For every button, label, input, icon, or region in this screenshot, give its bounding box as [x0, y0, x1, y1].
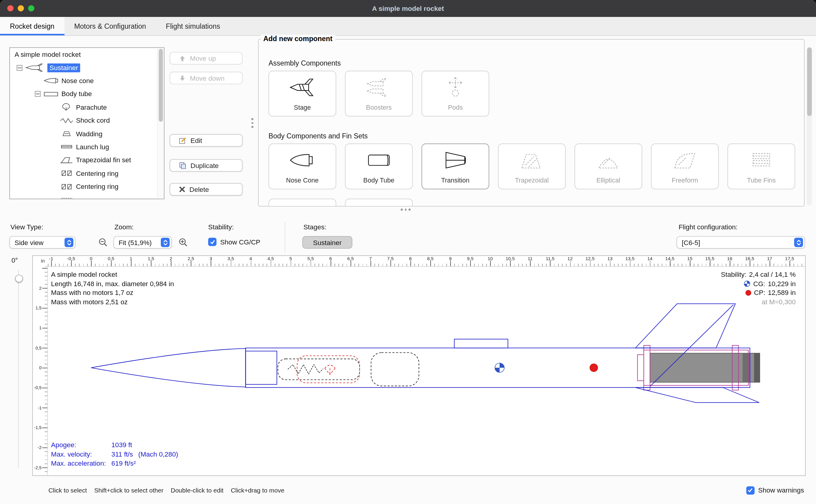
rocket-drawing-area[interactable]: A simple model rocket Length 16,748 in, … — [47, 266, 805, 475]
tab-motors-configuration[interactable]: Motors & Configuration — [64, 17, 156, 35]
ruler-tick-label: 15,5 — [705, 256, 714, 261]
ruler-tick-label: 1 — [130, 256, 132, 261]
nose-shoulder — [246, 351, 277, 384]
rocket-info-block: A simple model rocket Length 16,748 in, … — [51, 270, 174, 306]
max-acceleration-value: 619 ft/s² — [111, 459, 136, 468]
tree-item-centering-ring[interactable]: Centering ring — [10, 180, 164, 193]
show-warnings-checkbox-group[interactable]: Show warnings — [746, 486, 816, 495]
tree-item-nose-cone[interactable]: Nose cone — [10, 74, 164, 88]
flight-configuration-select[interactable]: [C6-5] — [677, 236, 805, 248]
ruler-tick-label: 8,5 — [427, 256, 434, 261]
flight-stats-block: Apogee: 1039 ft Max. velocity: 311 ft/s … — [51, 441, 178, 468]
button-label: Move down — [190, 74, 225, 82]
shock-cord-line[interactable] — [288, 365, 323, 374]
hint-shift-click: Shift+click to select other — [94, 486, 164, 494]
tree-item-body-tube[interactable]: Body tube — [10, 87, 164, 101]
tree-scrollbar[interactable] — [157, 48, 164, 199]
edit-icon — [179, 137, 186, 144]
edit-button[interactable]: Edit — [170, 134, 242, 147]
move-up-button: Move up — [170, 52, 242, 64]
ruler-tick-label: -2,5 — [34, 465, 42, 470]
vertical-splitter-handle[interactable] — [251, 118, 253, 128]
rotation-slider-thumb[interactable] — [15, 275, 23, 283]
nose-cone[interactable] — [91, 348, 245, 387]
zoom-in-button[interactable] — [177, 237, 189, 248]
fin-set-icon — [60, 156, 73, 164]
zoom-out-button[interactable] — [97, 237, 109, 248]
show-warnings-label: Show warnings — [758, 486, 804, 494]
assembly-components-heading: Assembly Components — [269, 59, 341, 67]
tree-item-shock-cord[interactable]: Shock cord — [10, 114, 164, 127]
tree-item-partial[interactable] — [10, 193, 164, 199]
centering-ring-icon — [60, 182, 73, 191]
ruler-tick-label: 4 — [249, 256, 252, 261]
mach-note: at M=0,300 — [762, 297, 796, 306]
duplicate-button[interactable]: Duplicate — [170, 159, 242, 172]
component-card-transition[interactable]: Transition — [422, 144, 489, 189]
view-type-select[interactable]: Side view — [9, 236, 76, 248]
parachute-icon — [60, 103, 73, 111]
ruler-tick-label: 0 — [39, 365, 42, 370]
parachute-outline[interactable] — [278, 359, 360, 380]
component-card-body-tube[interactable]: Body Tube — [345, 144, 413, 189]
tab-flight-simulations[interactable]: Flight simulations — [156, 17, 230, 35]
ruler-tick-label: 5 — [289, 256, 292, 261]
close-window-button[interactable] — [7, 5, 14, 11]
rotation-slider-track[interactable] — [18, 270, 19, 467]
tree-item-label: Nose cone — [61, 77, 94, 85]
ruler-tick-label: 9,5 — [467, 256, 474, 261]
show-cgcp-checkbox-group[interactable]: Show CG/CP — [208, 238, 261, 246]
component-card-nose-cone[interactable]: Nose Cone — [269, 144, 336, 189]
button-label: Move up — [190, 54, 216, 62]
tree-item-root[interactable]: A simple model rocket — [10, 48, 164, 61]
component-card-stage[interactable]: Stage — [269, 71, 336, 116]
collapse-toggle-icon[interactable] — [17, 65, 22, 70]
tree-item-label: Wadding — [76, 130, 102, 138]
tree-item-centering-ring[interactable]: Centering ring — [10, 167, 164, 180]
tree-item-wadding[interactable]: Wadding — [10, 127, 164, 141]
tree-item-label: Centering ring — [76, 170, 118, 177]
freeform-fin-icon — [652, 148, 718, 173]
tree-item-trapezoidal-fin-set[interactable]: Trapezoidal fin set — [10, 153, 164, 167]
checkbox-checked-icon[interactable] — [746, 486, 755, 495]
launch-lug[interactable] — [454, 339, 508, 348]
ruler-tick-label: 6,5 — [347, 256, 354, 261]
stage-icon — [269, 75, 335, 100]
tab-rocket-design[interactable]: Rocket design — [0, 17, 64, 35]
arrow-up-icon — [179, 55, 186, 62]
stage-toggle-label: Sustainer — [313, 238, 342, 246]
hint-click-select: Click to select — [48, 486, 87, 494]
stage-toggle-sustainer[interactable]: Sustainer — [302, 236, 352, 248]
zoom-window-button[interactable] — [28, 5, 34, 11]
horizontal-splitter-handle[interactable] — [401, 208, 410, 210]
component-card-label: Elliptical — [575, 177, 642, 184]
motor[interactable] — [650, 353, 760, 382]
rotation-angle-value: 0° — [11, 257, 18, 264]
zoom-select[interactable]: Fit (51,9%) — [113, 236, 172, 248]
minimize-window-button[interactable] — [18, 5, 24, 11]
button-label: Delete — [189, 186, 209, 193]
component-card-label: Trapezoidal — [499, 177, 565, 184]
wadding-outline[interactable] — [371, 353, 419, 386]
checkbox-checked-icon[interactable] — [208, 238, 217, 246]
tree-item-launch-lug[interactable]: Launch lug — [10, 140, 164, 153]
delete-button[interactable]: Delete — [170, 183, 242, 195]
panel-scrollbar-thumb[interactable] — [807, 47, 811, 116]
tree-item-label: Parachute — [76, 103, 107, 111]
ruler-tick-label: 16 — [727, 256, 732, 261]
tree-scrollbar-thumb[interactable] — [159, 49, 163, 122]
cg-value: 10,229 in — [768, 279, 796, 288]
ruler-tick-label: 1,5 — [148, 256, 154, 261]
ruler-tick-label: -1 — [38, 405, 42, 410]
tree-item-parachute[interactable]: Parachute — [10, 101, 164, 114]
status-bar: Click to select Shift+click to select ot… — [0, 476, 816, 504]
view-type-label: View Type: — [10, 223, 43, 231]
tree-item-sustainer[interactable]: Sustainer — [10, 61, 164, 74]
arrow-down-icon — [179, 75, 186, 81]
max-velocity-label: Max. velocity: — [51, 450, 112, 459]
parachute-highlight[interactable] — [297, 356, 360, 383]
component-card-label: Freeform — [652, 177, 718, 184]
ruler-tick-label: -1,5 — [34, 425, 42, 430]
collapse-toggle-icon[interactable] — [35, 91, 40, 97]
rocket-figure-panel: in -1-0,500,511,522,533,544,555,566,577,… — [32, 255, 806, 476]
